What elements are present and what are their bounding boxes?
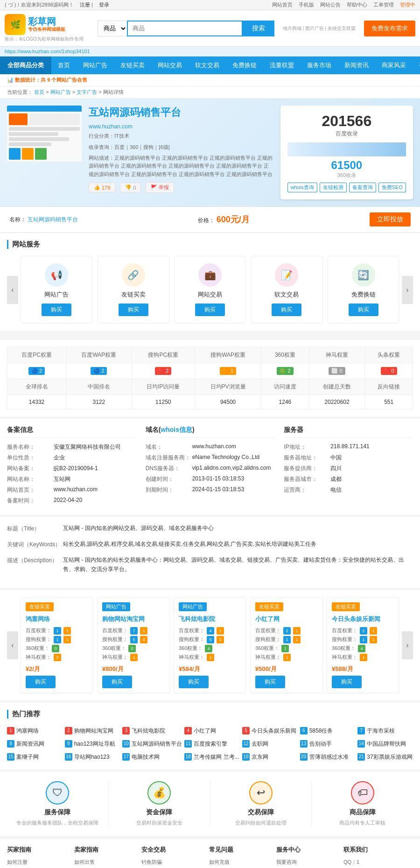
whois-link2[interactable]: whois信息 [161, 426, 192, 433]
buy-soft-button[interactable]: 购买 [272, 303, 301, 316]
register-link[interactable]: 注册 [80, 2, 90, 7]
related-title-3[interactable]: 飞科炫电影院 [179, 615, 241, 623]
footer-how-register[interactable]: 如何注册 [7, 859, 65, 866]
related-title-1[interactable]: 鸿塞网络 [26, 615, 88, 623]
nav-notice[interactable]: 网站公告 [320, 2, 341, 7]
dislike-button[interactable]: 👎 0 [120, 183, 141, 192]
service-name-ad: 网站广告 [26, 290, 87, 299]
hot-link-10[interactable]: 互站网源码销售平台 [132, 740, 182, 748]
hot-link-12[interactable]: 去职网 [252, 740, 268, 748]
services-next-arrow[interactable]: › [402, 276, 413, 304]
hot-link-16[interactable]: 导站网hao123 [74, 753, 110, 761]
nav-free-links[interactable]: 免费换链 [226, 56, 263, 74]
friend-check-link[interactable]: 友链检测 [320, 183, 347, 192]
breadcrumb-site-ad[interactable]: 网站广告 [50, 89, 71, 95]
hot-link-18[interactable]: 兰考传媒网 兰考... [194, 753, 239, 761]
footer-anti-phish[interactable]: 钓鱼防骗 [141, 859, 199, 866]
buy-friend-button[interactable]: 购买 [119, 303, 148, 316]
search-input[interactable] [127, 21, 243, 36]
hot-link-21[interactable]: 37彩票娱乐游戏网 [367, 753, 412, 761]
hot-link-11[interactable]: 百度搜索引擎 [194, 740, 227, 748]
related-buy-4[interactable]: 购买 [255, 676, 285, 688]
related-prev-arrow[interactable]: ‹ [7, 631, 18, 659]
val-global-rank: 14332 [7, 395, 66, 409]
breadcrumb-text-ad[interactable]: 文字广告 [77, 89, 97, 95]
hot-link-5[interactable]: 今日头条娱乐新闻 [252, 727, 296, 735]
related-next-arrow[interactable]: › [402, 631, 413, 659]
hot-link-9[interactable]: hao123网址导航 [74, 740, 115, 748]
buy-ad-button[interactable]: 购买 [42, 303, 71, 316]
whois-link[interactable]: whois查询 [287, 183, 317, 192]
nav-news[interactable]: 新闻资讯 [338, 56, 375, 74]
report-button[interactable]: 🚩 举报 [146, 182, 174, 193]
hot-title: 热门推荐 [7, 710, 413, 719]
hot-link-20[interactable]: 苦薄胡感过水准 [309, 753, 349, 761]
price-amount: 600元/月 [217, 215, 250, 224]
spacer1 [0, 333, 420, 338]
footer-faq-title: 常见问题 [209, 846, 267, 854]
related-buy-3[interactable]: 购买 [179, 676, 209, 688]
hot-link-15[interactable]: 案继子网 [16, 753, 39, 761]
hot-link-7[interactable]: 于海市采枝 [367, 727, 395, 735]
nav-traffic[interactable]: 流量联盟 [263, 56, 301, 74]
domain-value-expires: 2024-01-15 03:18:53 [192, 486, 244, 494]
related-buy-5[interactable]: 购买 [332, 676, 362, 688]
backup-check-link[interactable]: 备案查询 [349, 183, 376, 192]
nav-home[interactable]: 首页 [51, 56, 77, 74]
th-toutiao: 头条权重 [365, 347, 413, 363]
nav-soft-trade[interactable]: 软文交易 [189, 56, 226, 74]
nav-home[interactable]: 网站首页 [272, 2, 293, 7]
guarantee-service: 🛡 服务保障 专业的服务服务团队，全程交易保障 [7, 781, 109, 827]
hot-link-19[interactable]: 京东网 [252, 753, 268, 761]
nav-service[interactable]: 服务市场 [301, 56, 338, 74]
hot-link-6[interactable]: 5858任务 [309, 727, 333, 735]
search-button[interactable]: 搜索 [243, 21, 274, 36]
nav-mobile[interactable]: 手机版 [299, 2, 314, 7]
buy-exchange-button[interactable]: 购买 [349, 303, 378, 316]
search-category-select[interactable]: 商品 [98, 21, 127, 36]
hot-link-17[interactable]: 电脑技术网 [132, 753, 160, 761]
nav-mobile[interactable]: 手机版 [413, 56, 420, 74]
footer-how-sell[interactable]: 如何出售 [74, 859, 132, 866]
domain-value-registrar: eName Technology Co.,Ltd [192, 454, 260, 462]
badge-baidu-wap: 🔵 2 [91, 367, 107, 375]
hot-link-2[interactable]: 购物网站淘宝网 [74, 727, 113, 735]
hot-link-8[interactable]: 新闻资讯网 [16, 740, 44, 748]
related-title-4[interactable]: 小红了网 [255, 615, 318, 623]
hot-link-3[interactable]: 飞科炫电影院 [132, 727, 165, 735]
domain-row-url: 域名： www.huzhan.com [146, 443, 275, 451]
hot-link-13[interactable]: 告别动手 [309, 740, 332, 748]
hot-link-4[interactable]: 小红了网 [194, 727, 216, 735]
hot-num-2: 2 [65, 727, 72, 734]
invest-button[interactable]: 立即投放 [370, 212, 411, 226]
footer-consult[interactable]: 我要咨询 [276, 859, 334, 866]
related-buy-1[interactable]: 购买 [26, 676, 56, 688]
domain-title: 域名(whois信息) [146, 426, 275, 438]
related-buy-2[interactable]: 购买 [102, 676, 132, 688]
breadcrumb-home[interactable]: 首页 [34, 89, 44, 95]
hot-link-14[interactable]: 中国品牌帮扶网 [367, 740, 406, 748]
hot-link-1[interactable]: 鸿塞网络 [16, 727, 39, 735]
seo-check-link[interactable]: 免费SEO [378, 183, 406, 192]
like-button[interactable]: 👍 179 [89, 183, 115, 192]
services-prev-arrow[interactable]: ‹ [7, 276, 18, 304]
url-text: https://www.huzhan.com/1shop34101 [5, 49, 90, 54]
all-category-btn[interactable]: 全部商品分类 [0, 56, 51, 74]
nav-merchant[interactable]: 商家风采 [375, 56, 413, 74]
nav-friend-links[interactable]: 友链买卖 [114, 56, 151, 74]
nav-site-ad[interactable]: 网站广告 [77, 56, 114, 74]
server-row-ip: IP地址： 218.89.171.141 [284, 443, 413, 451]
seo-row-keywords: 关键词（KeyWords） 站长交易,源码交易,程序交易,域名交易,链接买卖,任… [7, 540, 413, 549]
nav-site-trade[interactable]: 网站交易 [151, 56, 189, 74]
related-title-2[interactable]: 购物网站淘宝网 [102, 615, 165, 623]
related-price-4: ¥500/月 [255, 665, 318, 673]
nav-help[interactable]: 帮助中心 [347, 2, 367, 7]
related-title-5[interactable]: 今日头条娱乐新闻 [332, 615, 394, 623]
footer-recharge[interactable]: 如何充值 [209, 859, 267, 866]
buy-trade-button[interactable]: 购买 [195, 303, 225, 316]
nav-admin[interactable]: 管理中 [400, 2, 415, 7]
nav-ticket[interactable]: 工单管理 [373, 2, 394, 7]
seo-section: 标题（Title） 互站网 - 国内知名的网站交易、源码交易、域名交易服务中心 … [0, 517, 420, 590]
login-link[interactable]: 登录 [99, 2, 109, 7]
free-publish-button[interactable]: 免费发布需求 [364, 21, 415, 36]
